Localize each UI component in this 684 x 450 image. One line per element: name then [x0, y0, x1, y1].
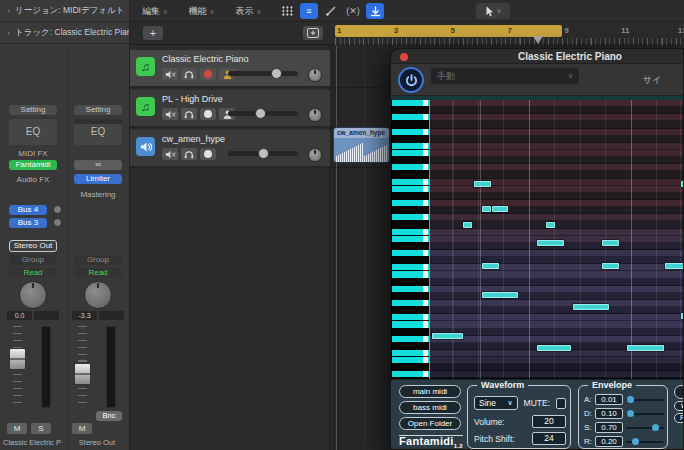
black-key[interactable] — [392, 293, 429, 300]
bass-midi-button[interactable]: bass midi — [399, 401, 461, 414]
plugin-slot-mastering[interactable]: Mastering — [74, 190, 122, 199]
mute-button[interactable]: M — [72, 423, 92, 434]
white-key[interactable] — [392, 179, 429, 186]
eq-slot[interactable]: EQ — [9, 119, 57, 145]
group-slot[interactable]: Group — [74, 255, 122, 265]
midi-note[interactable] — [474, 181, 491, 187]
group-slot[interactable]: Group — [9, 255, 57, 265]
list-view-icon[interactable]: ≡ — [300, 3, 318, 19]
mute-checkbox[interactable] — [556, 398, 566, 409]
black-key[interactable] — [392, 243, 429, 250]
white-key[interactable] — [392, 357, 429, 364]
wave-select[interactable]: Sine ∨ — [474, 396, 518, 410]
white-key[interactable] — [392, 214, 429, 221]
black-key[interactable] — [392, 279, 429, 286]
param-value[interactable]: 0.01 — [595, 394, 623, 405]
black-key[interactable] — [392, 343, 429, 350]
param-value[interactable]: 0.20 — [595, 436, 623, 447]
solo-button[interactable] — [181, 108, 197, 120]
setting-button[interactable]: Setting — [74, 105, 122, 115]
output-slot[interactable]: Stereo Out — [9, 240, 57, 252]
midi-note[interactable] — [537, 240, 564, 246]
send-knob[interactable] — [53, 218, 62, 227]
midi-note[interactable] — [681, 313, 683, 319]
region-inspector-row[interactable]: › リージョン: MIDIデフォルト — [0, 0, 129, 22]
black-key[interactable] — [392, 121, 429, 128]
white-key[interactable] — [392, 371, 429, 378]
black-key[interactable] — [392, 136, 429, 143]
param-slider[interactable] — [626, 413, 664, 415]
bounce-button[interactable]: Bnc — [96, 411, 122, 421]
side-button-1[interactable] — [674, 385, 684, 399]
midi-fx-slot[interactable]: MIDI FX — [9, 149, 57, 158]
menu-表示[interactable]: 表示∨ — [236, 5, 262, 18]
param-value[interactable]: 0.70 — [595, 422, 623, 433]
black-key[interactable] — [392, 171, 429, 178]
solo-button[interactable]: S — [31, 423, 51, 434]
plugin-slot-limiter[interactable]: Limiter — [74, 174, 122, 184]
black-key[interactable] — [392, 329, 429, 336]
black-key[interactable] — [392, 364, 429, 371]
send-knob[interactable] — [53, 205, 62, 214]
slider-dot[interactable] — [632, 438, 639, 445]
side-button-3[interactable]: Ra — [674, 413, 684, 423]
cycle-region[interactable] — [335, 25, 562, 37]
midi-note[interactable] — [482, 292, 518, 298]
white-key[interactable] — [392, 150, 429, 157]
record-enable-button[interactable] — [200, 68, 216, 80]
autopunch-icon[interactable]: (✕) — [344, 3, 362, 19]
black-key[interactable] — [392, 207, 429, 214]
midi-note[interactable] — [463, 222, 472, 228]
white-key[interactable] — [392, 236, 429, 243]
add-track-button[interactable]: + — [143, 26, 163, 40]
white-key[interactable] — [392, 129, 429, 136]
white-key[interactable] — [392, 300, 429, 307]
volume-slider-thumb[interactable] — [258, 148, 269, 159]
note-grid[interactable] — [429, 100, 683, 379]
solo-button[interactable] — [181, 148, 197, 160]
white-key[interactable] — [392, 143, 429, 150]
white-key[interactable] — [392, 350, 429, 357]
plugin-slot-1[interactable]: ∞ — [74, 160, 122, 170]
midi-note[interactable] — [627, 345, 664, 351]
pan-knob[interactable] — [84, 281, 112, 309]
track-header-1[interactable]: ♫Classic Electric Piano — [130, 50, 330, 88]
slider-dot[interactable] — [627, 396, 634, 403]
white-key[interactable] — [392, 264, 429, 271]
volume-slider[interactable] — [228, 111, 298, 116]
pan-knob[interactable] — [308, 68, 322, 82]
white-key[interactable] — [392, 314, 429, 321]
audio-region-clip[interactable]: cw_amen_hype — [333, 127, 390, 163]
param-value[interactable]: 0.10 — [595, 408, 623, 419]
state-dot[interactable] — [200, 108, 216, 120]
setting-button[interactable]: Setting — [9, 105, 57, 115]
black-key[interactable] — [392, 193, 429, 200]
solo-button[interactable] — [181, 68, 197, 80]
open-folder-button[interactable]: Open Folder — [399, 417, 461, 430]
midi-note[interactable] — [482, 263, 499, 269]
pan-knob[interactable] — [308, 108, 322, 122]
midi-in-icon[interactable] — [366, 3, 384, 19]
instrument-slot[interactable]: Fantamidi — [9, 160, 57, 170]
side-button-2[interactable]: ∨ — [674, 401, 684, 411]
white-key[interactable] — [392, 164, 429, 171]
midi-note[interactable] — [681, 181, 683, 187]
playhead-marker[interactable] — [533, 36, 543, 44]
pitch-shift-value[interactable]: 24 — [532, 432, 566, 445]
black-key[interactable] — [392, 157, 429, 164]
pointer-tool-selector[interactable]: ∨ — [476, 3, 510, 19]
white-key[interactable] — [392, 271, 429, 278]
black-key[interactable] — [392, 257, 429, 264]
fader-cap[interactable] — [9, 348, 26, 370]
white-key[interactable] — [392, 229, 429, 236]
param-slider[interactable] — [626, 441, 664, 443]
param-slider[interactable] — [626, 427, 664, 429]
white-key[interactable] — [392, 100, 429, 107]
midi-note[interactable] — [546, 222, 555, 228]
menu-機能[interactable]: 機能∨ — [189, 5, 215, 18]
white-key[interactable] — [392, 250, 429, 257]
pan-value[interactable]: 0.0 — [7, 311, 32, 320]
black-key[interactable] — [392, 221, 429, 228]
midi-note[interactable] — [432, 333, 463, 339]
black-key[interactable] — [392, 107, 429, 114]
